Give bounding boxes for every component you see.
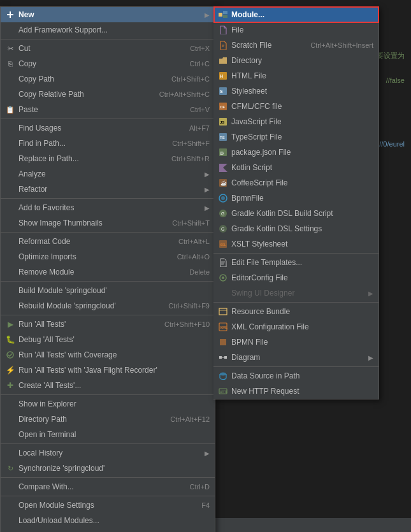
edit-file-tpl-icon — [217, 257, 229, 268]
editor-text-2: //false — [386, 76, 405, 84]
menu-item-copy-rel[interactable]: Copy Relative Path Ctrl+Alt+Shift+C — [1, 87, 215, 102]
new-arrow: ▶ — [205, 11, 210, 18]
menu-item-run-jfr[interactable]: ⚡ Run 'All Tests' with 'Java Flight Reco… — [1, 363, 215, 378]
menu-item-datasource[interactable]: Data Source in Path — [213, 368, 379, 384]
menu-item-copy[interactable]: ⎘ Copy Ctrl+C — [1, 56, 215, 71]
menu-item-gradle-k[interactable]: G Gradle Kotlin DSL Build Script — [213, 206, 379, 221]
svg-text:CF: CF — [220, 105, 225, 109]
menu-item-copy-path[interactable]: Copy Path Ctrl+Shift+C — [1, 71, 215, 87]
menu-item-xslt[interactable]: XSL XSLT Stylesheet — [213, 236, 379, 252]
load-unload-label: Load/Unload Modules... — [18, 516, 210, 525]
menu-item-reformat[interactable]: Reformat Code Ctrl+Alt+L — [1, 234, 215, 249]
synchronize-icon: ↻ — [4, 463, 16, 474]
separator-3 — [1, 198, 215, 199]
menu-item-synchronize[interactable]: ↻ Synchronize 'springcloud' — [1, 461, 215, 476]
menu-item-editor-cfg[interactable]: EditorConfig File — [213, 270, 379, 285]
menu-item-gradle-ks[interactable]: G Gradle Kotlin DSL Settings — [213, 221, 379, 236]
menu-item-show-thumbnails[interactable]: Show Image Thumbnails Ctrl+Shift+T — [1, 215, 215, 231]
menu-item-show-explorer[interactable]: Show in Explorer — [1, 396, 215, 412]
copy-rel-icon — [4, 89, 16, 100]
svg-rect-36 — [219, 308, 227, 315]
menu-item-edit-file-tpl[interactable]: Edit File Templates... — [213, 255, 379, 270]
menu-item-compare-with[interactable]: Compare With... Ctrl+D — [1, 479, 215, 494]
open-module-settings-label: Open Module Settings — [18, 501, 189, 510]
separator-9 — [1, 477, 215, 478]
menu-item-xml-config[interactable]: XML XML Configuration File — [213, 319, 379, 334]
menu-item-open-module-settings[interactable]: Open Module Settings F4 — [1, 498, 215, 513]
menu-item-bpmn[interactable]: BpmnFile — [213, 191, 379, 206]
svg-rect-41 — [219, 356, 222, 359]
menu-item-directory[interactable]: Directory — [213, 53, 379, 68]
svg-rect-1 — [10, 11, 11, 18]
datasource-icon — [217, 370, 229, 382]
refactor-label: Refactor — [18, 185, 202, 194]
html-icon: H — [217, 70, 229, 82]
menu-item-js[interactable]: JS JavaScript File — [213, 114, 379, 129]
menu-item-rebuild-module[interactable]: Rebuild Module 'springcloud' Ctrl+Shift+… — [1, 298, 215, 313]
menu-item-module[interactable]: Module... — [213, 7, 379, 22]
menu-item-build-module[interactable]: Build Module 'springcloud' — [1, 283, 215, 298]
add-favorites-arrow: ▶ — [205, 205, 210, 212]
menu-item-css[interactable]: S Stylesheet — [213, 83, 379, 99]
html-label: HTML File — [231, 71, 373, 80]
menu-item-diagram[interactable]: Diagram ▶ — [213, 350, 379, 365]
directory-icon — [217, 55, 229, 66]
optimize-shortcut: Ctrl+Alt+O — [177, 253, 210, 261]
cfml-label: CFML/CFC file — [231, 102, 373, 111]
menu-item-remove-module[interactable]: Remove Module Delete — [1, 264, 215, 280]
menu-item-add-framework[interactable]: Add Framework Support... — [1, 22, 215, 38]
gradle-ks-label: Gradle Kotlin DSL Settings — [231, 224, 373, 233]
menu-item-load-unload[interactable]: Load/Unload Modules... — [1, 513, 215, 528]
swing-ui-arrow: ▶ — [368, 290, 373, 297]
menu-item-kotlin[interactable]: Kotlin Script — [213, 160, 379, 175]
menu-item-run-all[interactable]: ▶ Run 'All Tests' Ctrl+Shift+F10 — [1, 317, 215, 332]
menu-item-resource-bundle[interactable]: Resource Bundle — [213, 304, 379, 319]
menu-item-file[interactable]: File — [213, 22, 379, 38]
menu-item-dir-path[interactable]: Directory Path Ctrl+Alt+F12 — [1, 412, 215, 427]
menu-item-debug-all[interactable]: 🐛 Debug 'All Tests' — [1, 332, 215, 347]
run-jfr-label: Run 'All Tests' with 'Java Flight Record… — [18, 366, 210, 375]
separator-5 — [1, 281, 215, 282]
css-label: Stylesheet — [231, 87, 373, 96]
menu-item-cut[interactable]: ✂ Cut Ctrl+X — [1, 41, 215, 56]
menu-item-add-favorites[interactable]: Add to Favorites ▶ — [1, 200, 215, 215]
menu-item-mark-dir[interactable]: Mark Directory as ▶ — [1, 528, 215, 532]
menu-item-replace-in-path[interactable]: Replace in Path... Ctrl+Shift+R — [1, 151, 215, 166]
menu-item-swing-ui[interactable]: Swing UI Designer ▶ — [213, 285, 379, 301]
menu-item-analyze[interactable]: Analyze ▶ — [1, 166, 215, 182]
menu-item-new[interactable]: New ▶ — [1, 7, 215, 22]
menu-item-scratch[interactable]: Scratch File Ctrl+Alt+Shift+Insert — [213, 38, 379, 53]
menu-item-create-tests[interactable]: ✚ Create 'All Tests'... — [1, 378, 215, 393]
svg-point-27 — [221, 196, 225, 200]
run-jfr-icon: ⚡ — [4, 364, 16, 376]
menu-item-cfml[interactable]: CF CFML/CFC file — [213, 99, 379, 114]
menu-item-run-coverage[interactable]: Run 'All Tests' with Coverage — [1, 347, 215, 363]
find-in-path-shortcut: Ctrl+Shift+F — [172, 140, 210, 147]
right-separator-2 — [213, 302, 379, 303]
menu-item-bpmn2[interactable]: BPMN File — [213, 334, 379, 350]
menu-item-find-in-path[interactable]: Find in Path... Ctrl+Shift+F — [1, 136, 215, 151]
svg-rect-42 — [224, 356, 227, 359]
menu-item-http[interactable]: HTTP New HTTP Request — [213, 384, 379, 399]
menu-item-paste[interactable]: 📋 Paste Ctrl+V — [1, 102, 215, 117]
analyze-icon — [4, 168, 16, 180]
context-menu-right: Module... File Scratch File Ctrl+Alt+Shi… — [213, 6, 379, 399]
svg-text:XML: XML — [220, 326, 227, 329]
menu-item-coffee[interactable]: ☕ CoffeeScript File — [213, 175, 379, 191]
menu-item-ts[interactable]: TS TypeScript File — [213, 129, 379, 145]
rebuild-module-icon — [4, 300, 16, 312]
load-unload-icon — [4, 515, 16, 526]
menu-item-optimize[interactable]: Optimize Imports Ctrl+Alt+O — [1, 249, 215, 264]
add-favorites-icon — [4, 202, 16, 213]
show-thumbnails-shortcut: Ctrl+Shift+T — [172, 219, 210, 227]
svg-text:H: H — [220, 74, 223, 78]
menu-item-refactor[interactable]: Refactor ▶ — [1, 182, 215, 197]
menu-item-find-usages[interactable]: Find Usages Alt+F7 — [1, 120, 215, 136]
menu-item-local-history[interactable]: Local History ▶ — [1, 445, 215, 461]
menu-item-pkg[interactable]: {}} package.json File — [213, 145, 379, 160]
find-usages-icon — [4, 122, 16, 134]
bpmn2-label: BPMN File — [231, 338, 373, 347]
menu-item-open-terminal[interactable]: Open in Terminal — [1, 427, 215, 442]
kotlin-label: Kotlin Script — [231, 163, 373, 172]
menu-item-html[interactable]: H HTML File — [213, 68, 379, 83]
